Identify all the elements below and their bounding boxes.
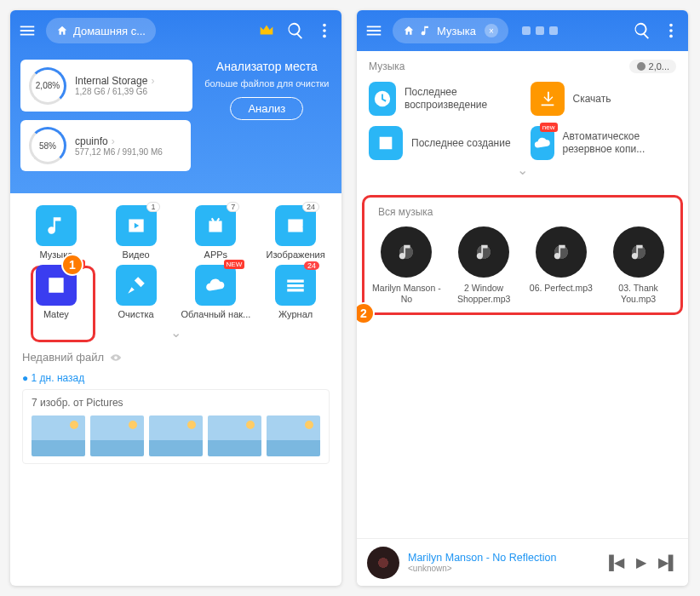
music-screen: Музыка × Музыка 2,0... Последнее воспрои…: [357, 10, 688, 586]
svg-point-0: [323, 24, 326, 27]
cpu-sub: 577,12 M6 / 991,90 M6: [75, 147, 182, 157]
tile-label: Изображения: [258, 249, 333, 260]
all-music-header: Вся музыка: [370, 204, 675, 226]
thumb[interactable]: [90, 415, 144, 456]
tile-label: Matey: [19, 309, 94, 319]
thumb[interactable]: [208, 415, 261, 456]
tile-video[interactable]: Видео1: [99, 205, 174, 260]
new-tag: new: [540, 123, 558, 132]
clock-icon: [369, 82, 396, 116]
search-icon[interactable]: [632, 20, 652, 41]
tile-android[interactable]: APPs7: [179, 205, 254, 260]
track-grid: Marilyn Manson - No2 Window Shopper.mp30…: [370, 226, 675, 304]
tile-music[interactable]: Музыка: [19, 205, 94, 260]
tile-label: Музыка: [19, 249, 94, 260]
new-tag: NEW: [224, 260, 245, 269]
breadcrumb-music[interactable]: Музыка ×: [393, 18, 508, 43]
track-item[interactable]: 03. Thank You.mp3: [601, 226, 675, 304]
quick-plus[interactable]: Последнее создание: [369, 126, 515, 160]
prev-icon[interactable]: ▐◀: [604, 554, 623, 570]
storage-title: Internal Storage: [75, 75, 147, 87]
track-label: Marilyn Manson - No: [370, 283, 444, 304]
overflow-icon[interactable]: [314, 20, 335, 41]
track-item[interactable]: Marilyn Manson - No: [370, 226, 444, 304]
menu-icon[interactable]: [364, 20, 384, 41]
tile-label: Журнал: [258, 309, 333, 319]
category-grid: МузыкаВидео1APPs7Изображения24MateyNEWОч…: [10, 193, 341, 323]
tile-label: Очистка: [99, 309, 174, 319]
player-cover[interactable]: [367, 547, 399, 579]
quick-actions: Последнее воспроизведениеСкачатьПоследне…: [357, 82, 688, 160]
tile-matey[interactable]: MateyNEW: [19, 265, 94, 319]
win-icon[interactable]: [536, 26, 544, 35]
thumb[interactable]: [32, 415, 85, 456]
play-icon[interactable]: ▶: [636, 554, 646, 570]
analyze-button[interactable]: Анализ: [230, 97, 303, 120]
track-item[interactable]: 06. Perfect.mp3: [525, 226, 599, 304]
win-icon[interactable]: [549, 26, 558, 35]
svg-point-6: [669, 35, 673, 38]
analyzer-sub: больше файлов для очистки: [203, 78, 331, 89]
breadcrumb-home[interactable]: Домашняя с...: [46, 18, 156, 43]
tile-broom[interactable]: Очистка: [99, 265, 174, 319]
breadcrumb-label: Домашняя с...: [73, 25, 146, 37]
player-controls: ▐◀ ▶ ▶▌: [604, 554, 678, 570]
thumb[interactable]: [267, 415, 320, 456]
cpu-gauge: 58%: [29, 127, 66, 164]
chevron-right-icon: ›: [112, 135, 115, 147]
crown-icon[interactable]: [256, 20, 277, 41]
expand-icon[interactable]: ⌄: [10, 323, 341, 342]
quick-label: Последнее воспроизведение: [405, 86, 515, 112]
window-icons: [522, 26, 558, 35]
quick-download[interactable]: Скачать: [531, 82, 677, 116]
overflow-icon[interactable]: [661, 20, 681, 41]
album-cover: [458, 226, 509, 278]
analyzer-title: Анализатор места: [203, 60, 331, 73]
breadcrumb-label: Музыка: [437, 25, 476, 37]
win-icon[interactable]: [522, 26, 531, 35]
album-cover: [381, 226, 432, 278]
size-chip[interactable]: 2,0...: [629, 60, 676, 73]
quick-clock[interactable]: Последнее воспроизведение: [369, 82, 515, 116]
chevron-right-icon: ›: [151, 75, 154, 87]
callout-2: 2: [357, 302, 375, 324]
search-icon[interactable]: [285, 20, 306, 41]
quick-label: Автоматическое резервное копи...: [563, 130, 677, 156]
tile-image[interactable]: Изображения24: [258, 205, 333, 260]
stack-icon: [275, 265, 316, 306]
cloud-icon: new: [531, 126, 554, 160]
tile-stack[interactable]: Журнал24: [258, 265, 333, 319]
menu-icon[interactable]: [17, 20, 37, 41]
svg-rect-3: [210, 222, 221, 232]
quick-label: Последнее создание: [411, 137, 511, 150]
callout-1: 1: [61, 254, 83, 276]
track-item[interactable]: 2 Window Shopper.mp3: [447, 226, 521, 304]
badge: 1: [146, 202, 159, 212]
download-icon: [531, 82, 565, 116]
cpu-title: cpuinfo: [75, 135, 108, 147]
sub-header: Музыка 2,0...: [357, 51, 688, 82]
analyzer-panel: Анализатор места больше файлов для очист…: [203, 60, 331, 120]
track-label: 03. Thank You.mp3: [601, 283, 675, 304]
cpu-card[interactable]: 58% cpuinfo › 577,12 M6 / 991,90 M6: [20, 120, 191, 171]
cloud-icon: [195, 265, 236, 306]
quick-cloud[interactable]: newАвтоматическое резервное копи...: [531, 126, 677, 160]
broom-icon: [116, 265, 157, 306]
all-music-section: 2 Вся музыка Marilyn Manson - No2 Window…: [362, 195, 683, 315]
player-title: Marilyn Manson - No Reflection: [408, 552, 595, 564]
next-icon[interactable]: ▶▌: [658, 554, 678, 570]
note-mini-icon: [420, 25, 432, 37]
top-bar: Домашняя с...: [10, 10, 341, 51]
recent-thumbs: [32, 415, 320, 456]
storage-card[interactable]: 2,08% Internal Storage › 1,28 G6 / 61,39…: [20, 60, 192, 112]
recent-item[interactable]: 1 дн. назад 7 изобр. от Pictures: [10, 369, 341, 467]
home-mini-icon: [403, 25, 415, 37]
expand-icon[interactable]: ⌄: [357, 160, 688, 180]
svg-point-1: [323, 29, 326, 32]
recent-header: Недавний файл: [10, 342, 341, 369]
tile-cloud[interactable]: Облачный нак...NEW: [179, 265, 254, 319]
music-icon: [36, 205, 77, 246]
thumb[interactable]: [149, 415, 203, 456]
close-tab-icon[interactable]: ×: [485, 24, 498, 37]
recent-time: 1 дн. назад: [22, 372, 330, 384]
